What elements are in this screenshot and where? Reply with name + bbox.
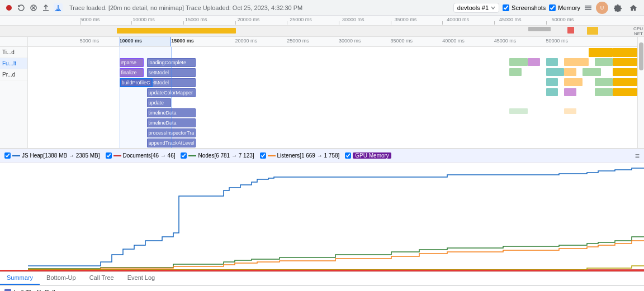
clear-button[interactable] (29, 3, 38, 12)
flame-block-parse[interactable]: #parse (120, 58, 144, 67)
legend-listeners-checkbox[interactable] (260, 152, 266, 159)
tab-summary[interactable]: Summary (0, 271, 40, 285)
legend-listeners[interactable]: Listeners[1 669 → 1 758] (260, 152, 340, 159)
legend-nodes-label: Nodes[6 781 → 7 123] (198, 152, 254, 159)
memory-section: JS Heap[1388 MB → 2385 MB] Documents[46 … (0, 149, 644, 271)
legend-nodes[interactable]: Nodes[6 781 → 7 123] (181, 152, 254, 159)
tab-bottom-up[interactable]: Bottom-Up (40, 271, 83, 285)
legend-js-heap[interactable]: JS Heap[1388 MB → 2385 MB] (4, 152, 100, 159)
legend-documents[interactable]: Documents[46 → 46] (106, 152, 176, 159)
download-button[interactable] (54, 3, 63, 12)
summary-color-swatch (4, 289, 11, 292)
memory-checkbox[interactable] (549, 4, 556, 11)
more-settings-icon[interactable] (584, 3, 593, 12)
record-button[interactable] (4, 3, 13, 12)
svg-point-0 (6, 5, 12, 11)
flame-block-buildprofilecalls[interactable]: buildProfileCalls (120, 78, 153, 87)
summary-row: buildProfileCalls (0, 285, 644, 291)
trace-info-text: Trace loaded. [20m no detail, no minimap… (66, 4, 450, 11)
screenshots-checkbox-group: Screenshots (503, 4, 546, 11)
net-label: NET (634, 31, 643, 36)
upload-button[interactable] (41, 3, 50, 12)
flame-content-area[interactable]: #parse loadingComplete finalize setModel… (28, 47, 637, 148)
scrollbar-thumb[interactable] (639, 42, 643, 70)
legend-documents-label: Documents[46 → 46] (123, 152, 176, 159)
bottom-panel: Summary Bottom-Up Call Tree Event Log bu… (0, 271, 644, 291)
legend-gpu-label: GPU Memory (353, 152, 391, 159)
devtools-selector[interactable]: devtools #1 (453, 3, 499, 13)
thread-label-tid: Ti...d (0, 47, 27, 58)
legend-gpu-memory[interactable]: GPU Memory (345, 152, 391, 159)
settings-icon[interactable] (612, 2, 624, 14)
timeline-ruler: 5000 ms 10000 ms 15000 ms 20000 ms 25000… (0, 16, 644, 26)
legend-js-heap-checkbox[interactable] (4, 152, 11, 159)
legend-nodes-checkbox[interactable] (181, 152, 187, 159)
flame-chart-area[interactable]: 5000 ms 10000 ms 15000 ms 20000 ms 25000… (28, 37, 637, 148)
tabs-bar: Summary Bottom-Up Call Tree Event Log (0, 272, 644, 285)
legend-documents-checkbox[interactable] (106, 152, 112, 159)
overview-bar[interactable]: CPU NET (0, 26, 644, 37)
memory-legend: JS Heap[1388 MB → 2385 MB] Documents[46 … (0, 149, 644, 163)
memory-bottom-line (0, 270, 644, 271)
memory-menu-icon[interactable]: ≡ (635, 151, 640, 160)
refresh-button[interactable] (17, 3, 26, 12)
summary-label: buildProfileCalls (14, 289, 58, 292)
thread-label-full: Fu...lt (0, 58, 27, 69)
cpu-label: CPU (633, 26, 643, 31)
legend-gpu-checkbox[interactable] (345, 152, 351, 159)
legend-js-heap-label: JS Heap[1388 MB → 2385 MB] (22, 152, 100, 159)
legend-listeners-label: Listeners[1 669 → 1 758] (277, 152, 340, 159)
tab-event-log[interactable]: Event Log (121, 271, 162, 285)
memory-checkbox-group: Memory (549, 4, 580, 11)
thread-labels-panel: Ti...d Fu...lt Pr...d (0, 37, 28, 148)
thread-ruler-spacer (0, 37, 27, 47)
thread-label-prod: Pr...d (0, 69, 27, 80)
tab-call-tree[interactable]: Call Tree (83, 271, 121, 285)
flame-ruler: 5000 ms 10000 ms 15000 ms 20000 ms 25000… (28, 37, 637, 47)
svg-rect-5 (585, 7, 591, 8)
vertical-scrollbar[interactable] (637, 37, 644, 148)
home-icon[interactable] (627, 2, 640, 14)
svg-rect-6 (585, 9, 591, 10)
flame-block-update[interactable]: update (147, 98, 172, 107)
user-avatar[interactable]: U (596, 2, 608, 14)
main-toolbar: Trace loaded. [20m no detail, no minimap… (0, 0, 644, 16)
memory-chart[interactable] (0, 163, 644, 270)
svg-rect-4 (585, 6, 591, 7)
screenshots-checkbox[interactable] (503, 4, 509, 11)
flame-block-finalize[interactable]: finalize (120, 68, 144, 77)
